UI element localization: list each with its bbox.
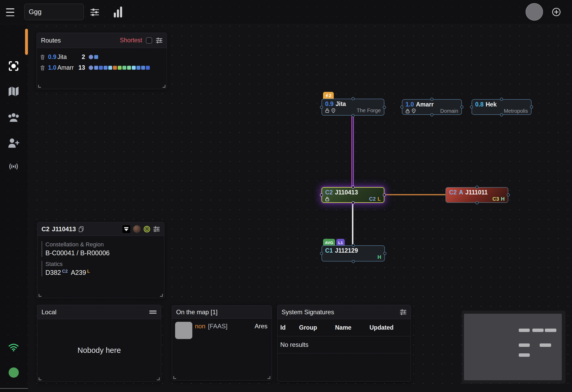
routes-panel-header[interactable]: Routes Shortest [37, 33, 167, 48]
system-info-header[interactable]: C2 J110413 [37, 222, 164, 236]
connection-handle[interactable] [430, 113, 433, 116]
connection-handle[interactable] [470, 105, 473, 109]
menu-icon[interactable] [6, 8, 14, 16]
resize-handle[interactable] [38, 85, 41, 88]
map-select[interactable]: Ggg [24, 4, 84, 20]
track-target-icon[interactable] [144, 226, 150, 233]
routes-settings-icon[interactable] [156, 37, 163, 44]
system-node-hek[interactable]: 0.8 Hek Metropolis [472, 99, 532, 115]
connection-j110413-j112129[interactable] [352, 203, 353, 245]
connection-handle[interactable] [351, 114, 355, 117]
resize-handle[interactable] [173, 376, 176, 379]
system-node-j111011-hostile[interactable]: C2 A J111011 C3 H [445, 187, 508, 203]
lightning-icon [325, 94, 328, 98]
sidebar-item-add-character[interactable] [7, 136, 20, 150]
connection-jita-j110413-frigate[interactable] [351, 116, 352, 187]
connection-j110413-j111011[interactable] [384, 194, 445, 195]
panel-title: Routes [41, 37, 61, 44]
system-node-amarr[interactable]: 1.0 Amarr Domain [402, 99, 462, 115]
resize-handle[interactable] [157, 377, 160, 380]
route-security: 0.9 [48, 54, 57, 61]
security-status: 0.9 [325, 100, 333, 108]
local-panel-header[interactable]: Local [37, 305, 161, 319]
connection-handle[interactable] [352, 260, 355, 263]
plus-circle-icon [552, 8, 561, 16]
connection-handle[interactable] [500, 113, 503, 116]
system-name: Jita [336, 100, 346, 108]
column-group[interactable]: Group [299, 324, 335, 331]
sidebar-item-characters[interactable] [7, 111, 20, 124]
connection-handle[interactable] [351, 201, 355, 204]
activity-button[interactable] [112, 5, 124, 19]
resize-handle[interactable] [39, 294, 41, 297]
route-row-amarr[interactable]: 1.0 Amarr 13 [37, 62, 167, 73]
connection-handle[interactable] [475, 186, 479, 189]
connection-handle[interactable] [530, 105, 533, 109]
info-settings-icon[interactable] [153, 226, 160, 232]
column-id[interactable]: Id [280, 324, 299, 331]
connection-handle[interactable] [351, 186, 355, 189]
lock-icon [325, 197, 329, 201]
copy-icon[interactable] [78, 226, 84, 232]
add-button[interactable] [552, 8, 561, 16]
panel-title: Local [41, 308, 56, 316]
sidebar-item-tracking[interactable] [7, 59, 20, 73]
pin-icon [412, 109, 416, 113]
sidebar-item-broadcast[interactable] [7, 160, 20, 173]
pilot-row[interactable]: non [FAAS] Ares [172, 319, 272, 339]
resize-handle[interactable] [267, 376, 270, 379]
system-node-jita[interactable]: 0.9 Jita The Forge [321, 99, 384, 116]
system-node-j112129[interactable]: C1 J112129 H [321, 245, 385, 262]
connection-handle[interactable] [460, 105, 463, 109]
connection-jita-j110413[interactable] [353, 116, 354, 187]
shortest-checkbox[interactable] [146, 37, 152, 44]
pilot-ticker: non [195, 323, 205, 330]
resize-handle[interactable] [160, 294, 163, 297]
resize-handle[interactable] [39, 377, 41, 380]
connection-handle[interactable] [383, 252, 386, 255]
on-the-map-header[interactable]: On the map [1] [172, 306, 272, 319]
column-name[interactable]: Name [335, 324, 370, 331]
character-avatar[interactable] [133, 225, 141, 233]
sidebar-item-maps[interactable] [7, 85, 20, 98]
connection-handle[interactable] [400, 105, 403, 109]
delete-route-button[interactable] [40, 65, 48, 70]
delete-route-button[interactable] [40, 55, 48, 60]
map-settings-button[interactable] [88, 6, 101, 19]
connection-handle[interactable] [352, 244, 355, 247]
signatures-settings-icon[interactable] [400, 309, 407, 315]
connection-handle[interactable] [320, 106, 323, 109]
skeleton-bar [519, 329, 530, 332]
static-class: C3 [492, 196, 499, 202]
connection-handle[interactable] [351, 97, 355, 100]
connection-handle[interactable] [383, 193, 386, 197]
statics-section: Statics D382C2A239L [41, 261, 164, 276]
user-avatar[interactable] [526, 3, 543, 21]
connection-handle[interactable] [320, 193, 323, 197]
system-node-j110413-selected[interactable]: C2 J110413 C2 L [321, 187, 384, 203]
route-mode-label[interactable]: Shortest [120, 37, 142, 44]
connection-handle[interactable] [500, 98, 503, 101]
route-jump-chip [141, 66, 145, 70]
map-icon [8, 86, 19, 97]
lock-icon [325, 108, 329, 113]
connection-handle[interactable] [430, 98, 433, 101]
local-list-icon[interactable] [149, 310, 157, 314]
pilot-avatar [175, 322, 192, 339]
resize-handle[interactable] [163, 85, 165, 88]
route-row-jita[interactable]: 0.9 Jita 2 [37, 52, 167, 62]
map-name: Ggg [29, 8, 41, 16]
minimized-widget[interactable] [462, 311, 565, 384]
connection-handle[interactable] [507, 193, 510, 197]
route-jump-chip [127, 66, 131, 70]
connection-handle[interactable] [383, 106, 386, 109]
wormhole-class: C2 [325, 189, 333, 196]
signatures-header[interactable]: System Signatures [277, 305, 411, 319]
connection-handle[interactable] [320, 252, 323, 255]
column-updated[interactable]: Updated [370, 324, 411, 331]
local-body: Nobody here [37, 319, 161, 382]
left-sidebar [0, 24, 28, 392]
static-leads-tag: L [87, 269, 90, 274]
connection-handle[interactable] [475, 201, 479, 204]
rank-icon[interactable] [122, 225, 130, 233]
